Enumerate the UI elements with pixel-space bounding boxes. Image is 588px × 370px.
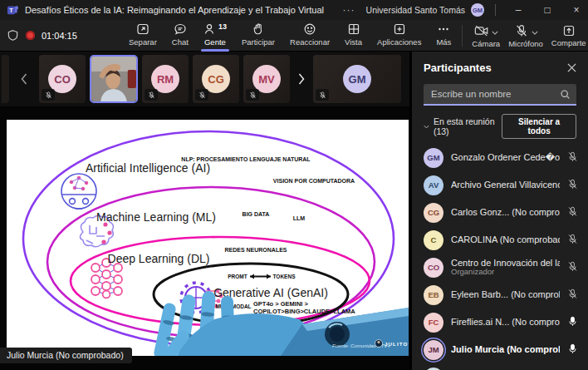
close-button[interactable]: × bbox=[565, 0, 588, 20]
mic-off-icon bbox=[246, 89, 259, 101]
participant-name: Eyleen Barb... (No comprobado) bbox=[451, 289, 560, 300]
user-avatar[interactable]: GM bbox=[471, 3, 484, 17]
label-ml: Machine Learning (ML) bbox=[96, 210, 216, 224]
avatar: GM bbox=[343, 65, 371, 93]
svg-text:T: T bbox=[9, 6, 13, 13]
ai-robot-head-icon bbox=[61, 174, 96, 209]
webcam-video bbox=[91, 57, 136, 101]
participant-row[interactable]: MM Martha Mel... (No comprobado) bbox=[412, 363, 588, 370]
brand-logo bbox=[375, 340, 383, 348]
participant-search-input[interactable] bbox=[424, 84, 576, 106]
meeting-timer: 01:04:15 bbox=[42, 31, 77, 41]
people-icon bbox=[203, 22, 217, 36]
presentation-stage: Artificial Intelligence (AI) NLP: PROCES… bbox=[0, 106, 409, 370]
toolbar-item-popout[interactable]: Separar bbox=[123, 20, 163, 52]
video-tile-CG[interactable]: CG bbox=[193, 55, 239, 103]
mic-off-icon bbox=[145, 89, 158, 101]
avatar: AV bbox=[424, 175, 443, 195]
titlebar-more-button[interactable]: ··· bbox=[338, 4, 360, 16]
video-tile-CO[interactable]: CO bbox=[39, 55, 86, 103]
mic-off-icon[interactable] bbox=[567, 233, 578, 248]
participant-role: Organizador bbox=[451, 268, 560, 277]
participant-list: GM Gonzalo Ordener Cede�o Me... AV Archi… bbox=[412, 144, 588, 370]
mic-off-icon[interactable] bbox=[567, 178, 578, 193]
camera-off-icon bbox=[474, 24, 489, 37]
mic-off-icon[interactable] bbox=[567, 288, 578, 303]
avatar: EB bbox=[424, 285, 443, 305]
participant-row[interactable]: JM Julio Murcia (No comprobado) bbox=[412, 336, 588, 363]
smile-icon bbox=[303, 22, 316, 36]
participant-row[interactable]: AV Archivo General Villavicencio bbox=[412, 171, 588, 199]
mic-icon[interactable] bbox=[567, 315, 578, 330]
toolbar-item-chat[interactable]: Chat bbox=[166, 20, 194, 52]
mic-off-icon bbox=[514, 24, 529, 37]
video-tile-webcam[interactable] bbox=[90, 55, 138, 103]
avatar: C bbox=[424, 230, 443, 250]
video-tile-GM[interactable]: GM bbox=[313, 55, 401, 103]
label-bigdata: BIG DATA bbox=[243, 211, 270, 217]
label-llm: LLM bbox=[293, 215, 306, 221]
toolbar-item-share[interactable]: Comparte bbox=[549, 22, 588, 49]
participant-row[interactable]: EB Eyleen Barb... (No comprobado) bbox=[412, 281, 588, 308]
shield-icon bbox=[7, 29, 19, 42]
mic-off-icon bbox=[195, 89, 208, 101]
mic-off-icon[interactable] bbox=[567, 150, 578, 165]
panel-title: Participantes bbox=[424, 62, 492, 74]
participant-row[interactable]: C CAROLINA (No comprobado) bbox=[412, 226, 588, 254]
apps-icon bbox=[393, 22, 406, 36]
filmstrip-next-button[interactable] bbox=[294, 55, 309, 103]
video-tile-MV[interactable]: MV bbox=[243, 55, 290, 103]
toolbar-center: Separar Chat 13 Gente Participar Reaccio… bbox=[123, 20, 457, 52]
camera-off-chevron[interactable] bbox=[492, 23, 498, 38]
panel-close-icon[interactable] bbox=[567, 63, 576, 72]
minimize-button[interactable]: – bbox=[507, 0, 530, 20]
label-tokens: TOKENS bbox=[273, 274, 296, 279]
toolbar-item-smile[interactable]: Reaccionar bbox=[284, 20, 336, 52]
label-promt: PROMT bbox=[228, 274, 247, 279]
toolbar-item-grid[interactable]: Vista bbox=[339, 20, 368, 52]
ai-onion-diagram: Artificial Intelligence (AI) NLP: PROCES… bbox=[7, 120, 409, 356]
window-titlebar: T Desafíos Éticos de la IA: Reimaginando… bbox=[0, 0, 588, 20]
toolbar-item-people[interactable]: 13 Gente bbox=[198, 20, 233, 52]
titlebar-divider bbox=[495, 4, 496, 16]
toolbar-divider bbox=[462, 25, 463, 47]
toolbar-item-apps[interactable]: Aplicaciones bbox=[371, 20, 427, 52]
participant-filmstrip: CO RM CG MV GM bbox=[0, 52, 409, 106]
participant-name: Gonzalo Ordener Cede�o Me... bbox=[451, 152, 560, 163]
mic-off-icon[interactable] bbox=[567, 205, 578, 220]
avatar: CO bbox=[424, 258, 443, 278]
participant-row[interactable]: CG Carlos Gonz... (No comprobado) bbox=[412, 199, 588, 226]
label-redes: REDES NEURONALES bbox=[224, 247, 287, 253]
participant-name: Carlos Gonz... (No comprobado) bbox=[451, 207, 560, 218]
chevron-down-icon bbox=[424, 125, 429, 129]
partial-tile bbox=[2, 55, 9, 103]
filmstrip-prev-button[interactable] bbox=[13, 55, 35, 103]
video-tile-RM[interactable]: RM bbox=[142, 55, 189, 103]
participant-row[interactable]: GM Gonzalo Ordener Cede�o Me... bbox=[412, 144, 588, 171]
mute-all-button[interactable]: Silenciar a todos bbox=[502, 114, 576, 139]
mic-off-chevron[interactable] bbox=[532, 23, 538, 38]
chat-icon bbox=[174, 22, 187, 36]
maximize-button[interactable]: □ bbox=[536, 0, 559, 20]
participant-name: CAROLINA (No comprobado) bbox=[451, 234, 560, 245]
mic-off-icon[interactable] bbox=[567, 260, 578, 275]
teams-logo-icon: T bbox=[7, 4, 19, 17]
toolbar-item-more[interactable]: Más bbox=[430, 20, 457, 52]
tenant-name: Universidad Santo Tomás bbox=[366, 5, 465, 15]
more-icon bbox=[437, 22, 450, 36]
participant-name: Julio Murcia (No comprobado) bbox=[451, 344, 560, 355]
grid-icon bbox=[347, 22, 360, 36]
label-ai: Artificial Intelligence (AI) bbox=[86, 161, 210, 175]
in-meeting-section[interactable]: En esta reunión (13) bbox=[424, 116, 502, 136]
toolbar-item-camera-off[interactable]: Cámara bbox=[469, 22, 502, 50]
avatar: CG bbox=[424, 203, 443, 223]
label-nlp: NLP: PROCESAMIENTO LENGUAJE NATURAL bbox=[181, 156, 311, 162]
participant-row[interactable]: CO Centro de Innovación del la O... Orga… bbox=[412, 254, 588, 281]
mic-icon[interactable] bbox=[567, 343, 578, 358]
toolbar-item-mic-off[interactable]: Micrófono bbox=[506, 22, 546, 50]
people-count-badge: 13 bbox=[218, 22, 227, 31]
participant-row[interactable]: FC Fireflies.ai N... (No comprobado) bbox=[412, 308, 588, 336]
participant-name: Archivo General Villavicencio bbox=[451, 180, 560, 190]
label-models-1: GPT4o > GEMINI > bbox=[253, 300, 308, 308]
toolbar-item-hand[interactable]: Participar bbox=[236, 20, 281, 52]
